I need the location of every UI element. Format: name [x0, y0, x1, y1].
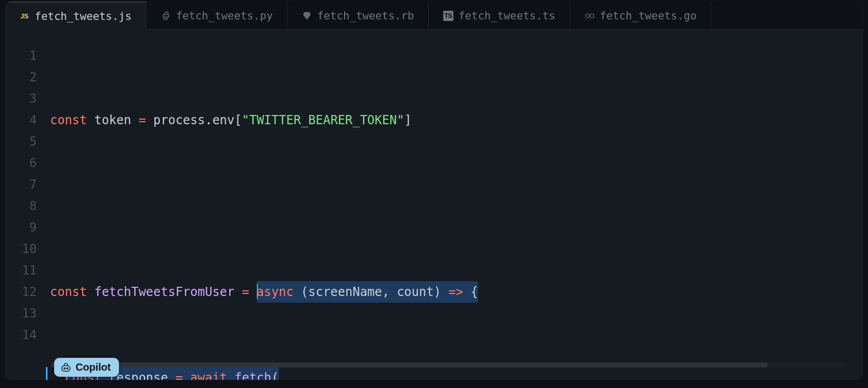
tab-fetch-tweets-py[interactable]: fetch_tweets.py: [147, 2, 288, 30]
cursor-caret: [257, 284, 258, 299]
copilot-label: Copilot: [76, 361, 111, 373]
copilot-icon: [60, 362, 71, 373]
line-number: 1: [5, 45, 46, 66]
copilot-button[interactable]: Copilot: [54, 358, 119, 377]
selection-edge: [46, 367, 47, 380]
code-line[interactable]: const token = process.env["TWITTER_BEARE…: [46, 109, 863, 131]
line-number: 8: [5, 195, 46, 217]
tab-fetch-tweets-ts[interactable]: TS fetch_tweets.ts: [429, 2, 570, 30]
editor-window: JS fetch_tweets.js fetch_tweets.py fetch…: [5, 2, 863, 380]
horizontal-scrollbar[interactable]: [51, 362, 848, 368]
tab-fetch-tweets-go[interactable]: fetch_tweets.go: [570, 2, 712, 30]
tab-fetch-tweets-js[interactable]: JS fetch_tweets.js: [5, 2, 147, 30]
code-line[interactable]: const response = await fetch(: [46, 367, 863, 380]
svg-point-7: [66, 368, 68, 369]
code-line[interactable]: const fetchTweetsFromUser = async (scree…: [46, 281, 863, 303]
typescript-icon: TS: [443, 11, 453, 21]
svg-point-6: [64, 368, 65, 369]
ruby-icon: [302, 11, 312, 21]
line-number: 10: [5, 238, 46, 260]
javascript-icon: JS: [19, 11, 30, 21]
svg-rect-5: [62, 366, 70, 371]
line-number: 7: [5, 174, 46, 195]
tab-bar: JS fetch_tweets.js fetch_tweets.py fetch…: [5, 2, 863, 30]
svg-point-3: [590, 14, 594, 18]
line-number: 4: [5, 109, 46, 131]
line-number: 13: [5, 303, 46, 324]
scrollbar-thumb[interactable]: [51, 362, 768, 368]
svg-point-2: [585, 14, 589, 18]
line-number: 14: [5, 324, 46, 346]
tab-label: fetch_tweets.rb: [317, 10, 414, 22]
svg-point-1: [166, 18, 167, 18]
svg-point-0: [164, 12, 165, 13]
line-number: 9: [5, 217, 46, 238]
code-content[interactable]: const token = process.env["TWITTER_BEARE…: [46, 45, 863, 380]
python-icon: [161, 11, 171, 21]
line-number: 6: [5, 152, 46, 174]
go-icon: [585, 11, 595, 21]
code-line[interactable]: [46, 195, 863, 217]
tab-label: fetch_tweets.js: [35, 10, 132, 22]
line-number: 2: [5, 66, 46, 88]
line-number-gutter: 1 2 3 4 5 6 7 8 9 10 11 12 13 14: [5, 45, 46, 380]
line-number: 5: [5, 131, 46, 152]
tab-label: fetch_tweets.py: [176, 10, 273, 22]
tab-label: fetch_tweets.ts: [459, 10, 556, 22]
line-number: 11: [5, 260, 46, 281]
line-number: 12: [5, 281, 46, 303]
code-editor[interactable]: 1 2 3 4 5 6 7 8 9 10 11 12 13 14 const t…: [5, 30, 863, 380]
tab-label: fetch_tweets.go: [600, 10, 697, 22]
tab-fetch-tweets-rb[interactable]: fetch_tweets.rb: [287, 2, 429, 30]
line-number: 3: [5, 88, 46, 109]
